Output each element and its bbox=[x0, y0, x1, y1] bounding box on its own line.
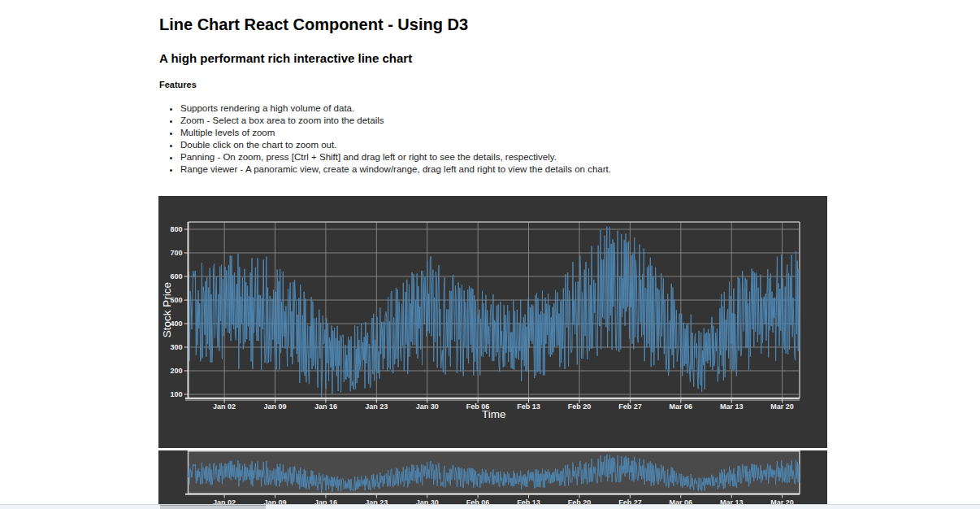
readme-page: Line Chart React Component - Using D3 A … bbox=[158, 14, 827, 507]
horizontal-scrollbar[interactable] bbox=[0, 504, 980, 507]
svg-text:Feb 13: Feb 13 bbox=[517, 402, 540, 411]
svg-text:Mar 06: Mar 06 bbox=[670, 402, 693, 411]
range-viewer-chart[interactable]: Jan 02Jan 09Jan 16Jan 23Jan 30Feb 06Feb … bbox=[158, 450, 827, 507]
svg-text:700: 700 bbox=[170, 249, 182, 257]
svg-text:800: 800 bbox=[170, 225, 182, 233]
feature-item: Panning - On zoom, press [Ctrl + Shift] … bbox=[180, 151, 827, 163]
svg-text:600: 600 bbox=[170, 272, 182, 281]
svg-text:Mar 20: Mar 20 bbox=[770, 402, 794, 411]
chart-panel: Jan 02Jan 09Jan 16Jan 23Jan 30Feb 06Feb … bbox=[158, 196, 827, 507]
svg-text:Jan 02: Jan 02 bbox=[213, 402, 236, 411]
svg-text:Time: Time bbox=[482, 408, 506, 420]
svg-text:300: 300 bbox=[170, 343, 182, 351]
svg-text:Feb 20: Feb 20 bbox=[568, 402, 592, 411]
svg-text:100: 100 bbox=[170, 390, 182, 398]
svg-text:Jan 23: Jan 23 bbox=[365, 402, 388, 411]
svg-text:Jan 30: Jan 30 bbox=[416, 402, 439, 411]
svg-text:Stock Price: Stock Price bbox=[161, 282, 173, 337]
feature-item: Double click on the chart to zoom out. bbox=[180, 139, 827, 151]
scrollbar-thumb[interactable] bbox=[160, 505, 266, 507]
feature-item: Range viewer - A panoramic view, create … bbox=[180, 163, 827, 176]
page-subtitle: A high performant rich interactive line … bbox=[159, 50, 827, 67]
svg-text:Feb 27: Feb 27 bbox=[618, 402, 642, 411]
features-heading: Features bbox=[159, 79, 827, 91]
features-list: Supports rendering a high volume of data… bbox=[158, 102, 827, 176]
svg-text:200: 200 bbox=[170, 367, 182, 375]
feature-item: Zoom - Select a box area to zoom into th… bbox=[180, 115, 827, 127]
svg-text:Jan 16: Jan 16 bbox=[314, 402, 337, 411]
stock-price-line-chart[interactable]: Jan 02Jan 09Jan 16Jan 23Jan 30Feb 06Feb … bbox=[158, 196, 827, 448]
feature-item: Multiple levels of zoom bbox=[180, 127, 827, 139]
svg-text:Jan 09: Jan 09 bbox=[263, 402, 286, 411]
svg-text:Mar 13: Mar 13 bbox=[720, 402, 744, 411]
feature-item: Supports rendering a high volume of data… bbox=[180, 102, 827, 115]
page-title: Line Chart React Component - Using D3 bbox=[159, 14, 827, 35]
